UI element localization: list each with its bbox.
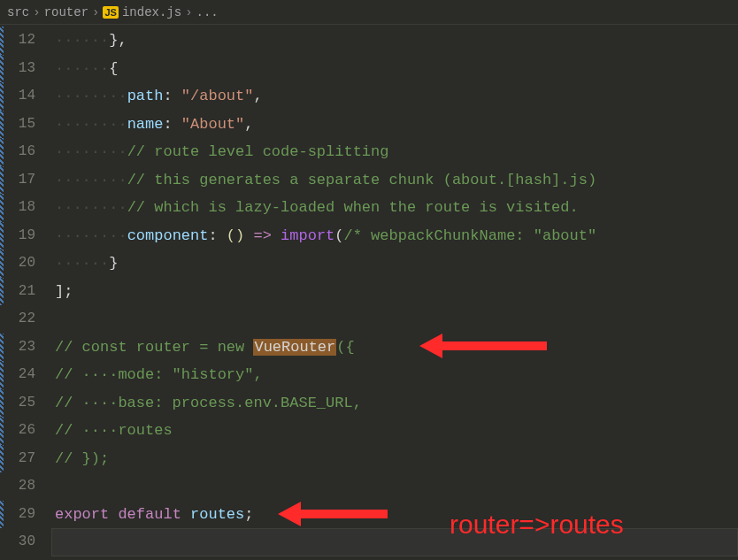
breadcrumb-seg-file[interactable]: index.js [122, 5, 181, 19]
line-number: 16 [0, 138, 51, 166]
chevron-right-icon: › [33, 5, 40, 19]
code-token: : [163, 88, 181, 104]
line-number: 24 [0, 361, 51, 389]
code-token: ( [334, 227, 343, 244]
line-number: 30 [0, 528, 51, 556]
whitespace: ········ [55, 116, 127, 133]
export-keyword: export [55, 506, 109, 523]
comment: ({ [336, 339, 354, 356]
line-number: 27 [0, 445, 51, 473]
breadcrumb-seg-router[interactable]: router [44, 5, 88, 19]
property-key: component [127, 227, 209, 244]
comment: // ····mode: "history", [55, 366, 263, 383]
whitespace: ······ [55, 255, 109, 272]
annotation-text: router=>routes [450, 510, 624, 540]
chevron-right-icon: › [185, 5, 192, 19]
js-file-icon: JS [103, 6, 118, 19]
whitespace: ······ [55, 60, 109, 77]
highlighted-text: VueRouter [253, 339, 336, 356]
variable-name: routes [190, 506, 244, 523]
arrow-token: => [253, 227, 271, 244]
line-number: 12 [0, 27, 51, 55]
comment: // ····routes [55, 422, 173, 439]
code-token: }, [109, 32, 127, 49]
comment: // ····base: process.env.BASE_URL, [55, 395, 362, 411]
line-number: 19 [0, 222, 51, 250]
property-key: name [127, 116, 164, 133]
line-number: 13 [0, 55, 51, 83]
line-number: 26 [0, 417, 51, 445]
whitespace: ········ [55, 172, 127, 188]
breadcrumb[interactable]: src › router › JS index.js › ... [0, 0, 738, 25]
line-number: 18 [0, 194, 51, 222]
whitespace: ········ [55, 88, 127, 104]
code-token [272, 227, 281, 244]
comment: // }); [55, 450, 109, 467]
line-number: 15 [0, 111, 51, 139]
comment: /* webpackChunkName: "about" [344, 227, 597, 244]
line-number: 28 [0, 472, 51, 501]
code-token: , [244, 116, 253, 133]
code-token: { [109, 60, 118, 77]
line-number: 14 [0, 82, 51, 111]
line-number: 22 [0, 305, 51, 334]
code-token: : [163, 116, 181, 133]
whitespace: ········ [55, 227, 127, 244]
comment: // route level code-splitting [127, 143, 389, 160]
code-token: : [208, 227, 226, 244]
whitespace: ········ [55, 199, 127, 216]
breadcrumb-seg-src[interactable]: src [7, 5, 29, 19]
code-editor[interactable]: 12131415161718192021222324252627282930 ·… [0, 25, 738, 560]
line-number: 29 [0, 501, 51, 529]
default-keyword: default [118, 506, 181, 523]
line-number: 25 [0, 389, 51, 418]
code-token: ; [244, 506, 253, 523]
code-token [109, 506, 118, 523]
import-keyword: import [281, 227, 334, 244]
property-key: path [127, 88, 164, 104]
line-number: 20 [0, 249, 51, 278]
code-token: ]; [55, 283, 73, 300]
code-token [181, 506, 190, 523]
comment: // this generates a separate chunk (abou… [127, 172, 597, 188]
code-token: } [109, 255, 118, 272]
whitespace: ········ [55, 143, 127, 160]
code-token: () [227, 227, 254, 244]
code-token: , [253, 88, 262, 104]
comment: // const router = new [55, 339, 253, 356]
line-number: 23 [0, 334, 51, 362]
comment: // which is lazy-loaded when the route i… [127, 199, 579, 216]
breadcrumb-seg-more[interactable]: ... [196, 5, 219, 19]
line-number: 17 [0, 166, 51, 195]
code-area[interactable]: ······}, ······{ ········path: "/about",… [51, 25, 738, 560]
string-literal: "About" [181, 116, 244, 133]
string-literal: "/about" [181, 88, 254, 104]
line-number-gutter: 12131415161718192021222324252627282930 [0, 25, 51, 560]
whitespace: ······ [55, 32, 109, 49]
line-number: 21 [0, 278, 51, 306]
chevron-right-icon: › [92, 5, 99, 19]
